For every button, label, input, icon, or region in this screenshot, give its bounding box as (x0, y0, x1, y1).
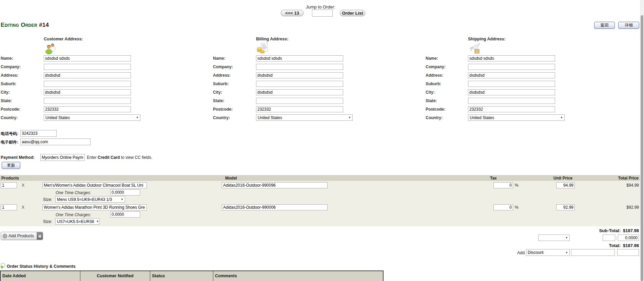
total-line: Total: $187.98 (609, 243, 639, 248)
products-table-header (0, 175, 640, 181)
page-title: Editing Order #14 (1, 22, 49, 29)
shipping-company-input[interactable] (468, 64, 555, 70)
chevron-down-icon: ▼ (560, 116, 563, 119)
update-button[interactable]: 更新 (2, 162, 20, 169)
product-model-input[interactable] (222, 182, 328, 188)
order-list-button[interactable]: Order List (340, 10, 365, 16)
subtotal-value: $187.98 (623, 228, 639, 233)
customer-state-input[interactable] (44, 98, 131, 104)
customer-country-select[interactable]: United States ▼ (44, 114, 140, 121)
chevron-down-icon: ▼ (121, 198, 123, 201)
shipping-state-input[interactable] (468, 98, 555, 104)
billing-company-input[interactable] (256, 64, 343, 70)
history-col-customer-notified: Customer Notified (80, 271, 150, 281)
product-size-select[interactable]: Mens US9.5=UK9=EUR43 1/3 ▼ (55, 196, 125, 203)
customer-name-input[interactable] (44, 55, 131, 61)
shipping-city-label: City: (426, 90, 435, 95)
product-tax-input[interactable] (493, 182, 513, 188)
shipping-postcode-label: Postcode: (426, 107, 445, 112)
product-name-input[interactable] (42, 182, 147, 188)
billing-city-label: City: (213, 90, 222, 95)
billing-country-select[interactable]: United States ▼ (256, 114, 353, 121)
shipping-suburb-label: Suburb: (426, 81, 441, 86)
product-qty-input[interactable] (1, 204, 17, 210)
invoice-coins-icon (257, 42, 269, 55)
jump-to-order-label: Jump to Order: (306, 4, 335, 10)
email-input[interactable] (20, 138, 91, 145)
order-total-select[interactable]: ▼ (538, 235, 570, 241)
shipping-country-value: United States (470, 115, 494, 120)
order-number: #14 (39, 22, 49, 28)
jump-order-input[interactable] (312, 10, 333, 17)
shipping-suburb-input[interactable] (468, 81, 555, 87)
one-time-charges-input[interactable] (110, 189, 140, 195)
one-time-charges-label: One Time Charges: (56, 190, 91, 195)
shipping-country-select[interactable]: United States ▼ (468, 114, 565, 121)
shipping-country-label: Country: (426, 115, 443, 120)
billing-country-value: United States (258, 115, 282, 120)
shipping-city-input[interactable] (468, 89, 555, 95)
billing-address-input[interactable] (256, 72, 343, 78)
detail-button[interactable]: 详细 (618, 22, 639, 29)
payment-method-input[interactable] (40, 154, 85, 161)
customer-company-input[interactable] (44, 64, 131, 70)
product-name-input[interactable] (42, 204, 147, 210)
multiply-symbol: X (22, 183, 24, 188)
add-total-type-select[interactable]: Discount ▼ (526, 249, 570, 256)
billing-state-input[interactable] (256, 98, 343, 104)
shipping-name-input[interactable] (468, 55, 555, 61)
airplane-package-icon (469, 42, 481, 55)
previous-order-button[interactable]: <<< 13 (281, 10, 304, 16)
one-time-charges-input[interactable] (110, 211, 140, 218)
billing-address-label: Address: (213, 73, 231, 78)
history-col-date-added: Date Added (1, 271, 80, 281)
customer-city-input[interactable] (44, 89, 131, 95)
tax-column-header: Tax (490, 176, 497, 181)
size-label: Size: (43, 197, 52, 202)
product-size-select[interactable]: US7=UK5.5=EUR38 ▼ (55, 218, 99, 225)
shipping-name-label: Name: (426, 56, 438, 61)
customer-suburb-input[interactable] (44, 81, 131, 87)
grid-icon: ▦ (37, 232, 43, 240)
payment-hint-bold: Credit Card (98, 155, 120, 160)
billing-name-input[interactable] (256, 55, 343, 61)
customer-country-label: Country: (1, 115, 18, 120)
tax-percent-suffix: % (515, 183, 519, 188)
product-qty-input[interactable] (1, 182, 17, 188)
order-total-title-input[interactable] (603, 235, 615, 241)
product-model-input[interactable] (222, 204, 328, 210)
add-total-title-input[interactable] (571, 249, 615, 256)
scrollbar-thumb[interactable] (641, 15, 643, 281)
model-column-header: Model (225, 176, 237, 181)
payment-hint-post: to view CC fields. (120, 155, 152, 160)
order-total-amount-input[interactable] (618, 235, 639, 241)
customer-address-heading: Customer Address: (44, 37, 83, 41)
shipping-address-heading: Shipping Address: (468, 37, 506, 41)
billing-city-input[interactable] (256, 89, 343, 95)
product-unit-price-input[interactable] (556, 204, 575, 210)
customer-name-label: Name: (1, 56, 13, 61)
billing-postcode-input[interactable] (256, 106, 343, 112)
customer-address-input[interactable] (44, 72, 131, 78)
order-edit-page: Jump to Order: <<< 13 Order List Editing… (0, 0, 644, 281)
add-total-type-value: Discount (528, 250, 544, 255)
multiply-symbol: X (22, 205, 24, 210)
billing-suburb-input[interactable] (256, 81, 343, 87)
page-title-text: Editing Order (1, 22, 37, 28)
back-button[interactable]: 返回 (594, 22, 615, 29)
billing-company-label: Company: (213, 64, 233, 69)
product-unit-price-input[interactable] (556, 182, 575, 188)
billing-state-label: State: (213, 98, 224, 103)
billing-country-label: Country: (213, 115, 230, 120)
chevron-down-icon: ▼ (565, 236, 568, 239)
phone-input[interactable] (20, 130, 57, 137)
add-products-button[interactable]: Add Products ▦ (1, 232, 43, 240)
product-tax-input[interactable] (493, 204, 513, 210)
subtotal-label: Sub-Total: (599, 228, 621, 233)
payment-hint: Enter Credit Card to view CC fields. (87, 155, 152, 160)
shipping-address-input[interactable] (468, 72, 555, 78)
shipping-postcode-input[interactable] (468, 106, 555, 112)
customer-postcode-input[interactable] (44, 106, 131, 112)
add-total-amount-input[interactable] (617, 249, 639, 256)
product-total-price: $94.99 (626, 183, 639, 188)
